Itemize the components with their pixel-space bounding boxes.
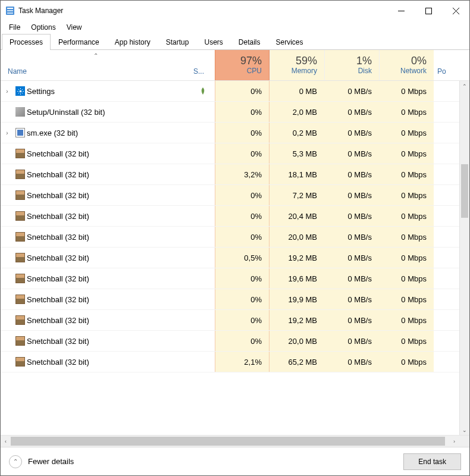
process-icon xyxy=(14,310,27,330)
table-row[interactable]: ›Settings0%0 MB0 MB/s0 Mbps xyxy=(1,81,469,102)
process-icon xyxy=(14,227,27,247)
minimize-button[interactable] xyxy=(387,1,415,20)
task-manager-window: Task Manager File Options View Processes… xyxy=(0,0,470,476)
process-name: sm.exe (32 bit) xyxy=(27,123,191,143)
cell-disk: 0 MB/s xyxy=(324,123,379,143)
tab-performance[interactable]: Performance xyxy=(51,34,107,50)
header-memory[interactable]: 59% Memory xyxy=(270,50,324,80)
table-row[interactable]: Snetchball (32 bit)0%19,6 MB0 MB/s0 Mbps xyxy=(1,268,469,289)
cell-cpu: 0,5% xyxy=(215,248,270,268)
menu-file[interactable]: File xyxy=(4,22,25,33)
cell-memory: 0 MB xyxy=(270,81,324,101)
content-area: ⌃ Name S... 97% CPU 59% Memory 1% Disk 0… xyxy=(1,50,469,447)
scroll-up-icon[interactable]: ⌃ xyxy=(460,81,469,91)
maximize-button[interactable] xyxy=(415,1,442,20)
process-icon xyxy=(14,164,27,184)
table-row[interactable]: Snetchball (32 bit)0%20,0 MB0 MB/s0 Mbps xyxy=(1,331,469,352)
expand-toggle xyxy=(1,352,14,372)
cell-cpu: 0% xyxy=(215,143,270,164)
table-row[interactable]: Snetchball (32 bit)0,5%19,2 MB0 MB/s0 Mb… xyxy=(1,248,469,268)
tab-details[interactable]: Details xyxy=(231,34,268,50)
table-row[interactable]: Snetchball (32 bit)0%5,3 MB0 MB/s0 Mbps xyxy=(1,143,469,164)
process-icon xyxy=(14,289,27,309)
cell-disk: 0 MB/s xyxy=(324,289,379,309)
process-name: Setup/Uninstall (32 bit) xyxy=(27,102,191,122)
table-row[interactable]: Snetchball (32 bit)0%20,0 MB0 MB/s0 Mbps xyxy=(1,227,469,248)
window-title: Task Manager xyxy=(18,7,63,15)
cell-memory: 20,4 MB xyxy=(270,206,324,226)
cell-network: 0 Mbps xyxy=(379,352,434,372)
horizontal-scrollbar[interactable]: ‹ › xyxy=(1,436,459,447)
cell-disk: 0 MB/s xyxy=(324,206,379,226)
fewer-details-button[interactable]: ⌃ Fewer details xyxy=(9,455,74,468)
process-icon xyxy=(14,206,27,226)
header-disk[interactable]: 1% Disk xyxy=(324,50,379,80)
table-row[interactable]: ›sm.exe (32 bit)0%0,2 MB0 MB/s0 Mbps xyxy=(1,123,469,143)
tab-startup[interactable]: Startup xyxy=(158,34,197,50)
close-button[interactable] xyxy=(442,1,469,20)
table-row[interactable]: Snetchball (32 bit)3,2%18,1 MB0 MB/s0 Mb… xyxy=(1,164,469,185)
cell-memory: 19,6 MB xyxy=(270,268,324,289)
process-status xyxy=(191,185,215,205)
header-disk-pct: 1% xyxy=(356,55,372,67)
tab-users[interactable]: Users xyxy=(196,34,230,50)
cell-cpu: 0% xyxy=(215,227,270,247)
process-icon xyxy=(14,331,27,351)
table-row[interactable]: Snetchball (32 bit)0%19,2 MB0 MB/s0 Mbps xyxy=(1,310,469,331)
scroll-down-icon[interactable]: ⌄ xyxy=(460,425,469,435)
cell-disk: 0 MB/s xyxy=(324,227,379,247)
header-cpu[interactable]: 97% CPU xyxy=(215,50,270,80)
process-name: Snetchball (32 bit) xyxy=(27,143,191,164)
vertical-scrollbar[interactable]: ⌃ ⌄ xyxy=(459,81,469,435)
horizontal-scroll-area: ‹ › xyxy=(1,435,469,447)
menu-view[interactable]: View xyxy=(62,22,87,33)
expand-toggle[interactable]: › xyxy=(1,81,14,101)
process-name: Snetchball (32 bit) xyxy=(27,248,191,268)
table-row[interactable]: Snetchball (32 bit)0%19,9 MB0 MB/s0 Mbps xyxy=(1,289,469,310)
cell-cpu: 0% xyxy=(215,268,270,289)
process-status xyxy=(191,164,215,184)
leaf-icon xyxy=(200,87,206,95)
cell-network: 0 Mbps xyxy=(379,331,434,351)
table-row[interactable]: Snetchball (32 bit)0%20,4 MB0 MB/s0 Mbps xyxy=(1,206,469,227)
process-name: Snetchball (32 bit) xyxy=(27,331,191,351)
footer: ⌃ Fewer details End task xyxy=(1,447,469,475)
cell-disk: 0 MB/s xyxy=(324,81,379,101)
process-status xyxy=(191,248,215,268)
expand-toggle[interactable]: › xyxy=(1,123,14,143)
process-icon xyxy=(14,102,27,122)
cell-network: 0 Mbps xyxy=(379,123,434,143)
cell-network: 0 Mbps xyxy=(379,102,434,122)
end-task-button[interactable]: End task xyxy=(403,453,461,470)
tab-services[interactable]: Services xyxy=(268,34,311,50)
cell-network: 0 Mbps xyxy=(379,81,434,101)
expand-toggle xyxy=(1,289,14,309)
cell-disk: 0 MB/s xyxy=(324,310,379,330)
table-row[interactable]: Snetchball (32 bit)0%7,2 MB0 MB/s0 Mbps xyxy=(1,185,469,206)
cell-network: 0 Mbps xyxy=(379,206,434,226)
cell-memory: 19,2 MB xyxy=(270,310,324,330)
process-status xyxy=(191,310,215,330)
process-status xyxy=(191,143,215,164)
tab-app-history[interactable]: App history xyxy=(107,34,158,50)
menu-options[interactable]: Options xyxy=(26,22,60,33)
scroll-thumb[interactable] xyxy=(461,164,468,218)
tab-processes[interactable]: Processes xyxy=(2,34,51,50)
header-network[interactable]: 0% Network xyxy=(379,50,434,80)
cell-network: 0 Mbps xyxy=(379,227,434,247)
table-row[interactable]: Setup/Uninstall (32 bit)0%2,0 MB0 MB/s0 … xyxy=(1,102,469,123)
header-memory-label: Memory xyxy=(292,67,317,75)
header-status[interactable]: S... xyxy=(191,50,215,80)
hscroll-right-icon[interactable]: › xyxy=(449,436,459,447)
header-name[interactable]: ⌃ Name xyxy=(1,50,191,80)
table-row[interactable]: Snetchball (32 bit)2,1%65,2 MB0 MB/s0 Mb… xyxy=(1,352,469,372)
hscroll-thumb[interactable] xyxy=(11,437,445,446)
tab-bar: Processes Performance App history Startu… xyxy=(1,34,469,50)
process-status xyxy=(191,81,215,101)
hscroll-left-icon[interactable]: ‹ xyxy=(1,436,11,447)
cell-disk: 0 MB/s xyxy=(324,268,379,289)
header-power[interactable]: Po xyxy=(434,50,469,80)
expand-toggle xyxy=(1,331,14,351)
expand-toggle xyxy=(1,185,14,205)
cell-memory: 20,0 MB xyxy=(270,331,324,351)
